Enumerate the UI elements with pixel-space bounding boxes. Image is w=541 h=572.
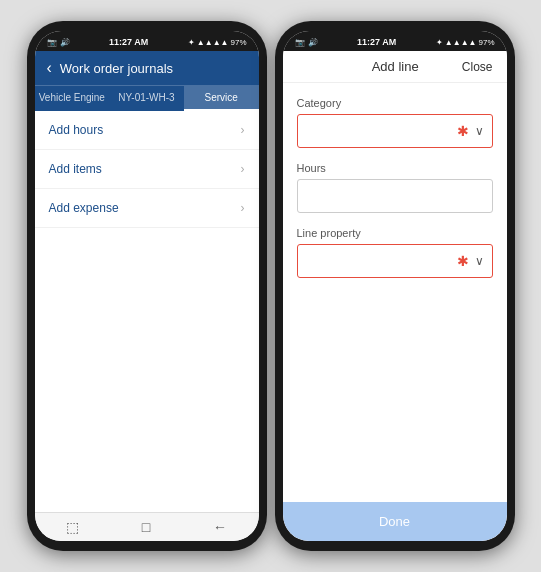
close-button[interactable]: Close <box>462 60 493 74</box>
speaker-icon-2: 🔊 <box>308 38 318 47</box>
status-left-2: 📷 🔊 <box>295 38 318 47</box>
add-line-title: Add line <box>329 59 462 74</box>
status-right-1: ✦ ▲▲▲▲ 97% <box>188 38 247 47</box>
tab-vehicle-engine[interactable]: Vehicle Engine <box>35 86 110 111</box>
category-group: Category ✱ ∨ <box>297 97 493 148</box>
bluetooth-icon-1: ✦ <box>188 38 195 47</box>
phone-2: 📷 🔊 11:27 AM ✦ ▲▲▲▲ 97% Add line Close <box>275 21 515 551</box>
line-property-required-star: ✱ <box>457 253 469 269</box>
status-bar-2: 📷 🔊 11:27 AM ✦ ▲▲▲▲ 97% <box>283 31 507 51</box>
line-property-dropdown-icon: ∨ <box>475 254 484 268</box>
add-hours-item[interactable]: Add hours › <box>35 111 259 150</box>
menu-list: Add hours › Add items › Add expense › <box>35 111 259 512</box>
add-items-chevron: › <box>241 162 245 176</box>
hours-label: Hours <box>297 162 493 174</box>
add-line-header: Add line Close <box>283 51 507 83</box>
hours-input[interactable] <box>297 179 493 213</box>
back-button[interactable]: ‹ <box>47 59 52 77</box>
signal-icon-2: ▲▲▲▲ <box>445 38 477 47</box>
status-bar-1: 📷 🔊 11:27 AM ✦ ▲▲▲▲ 97% <box>35 31 259 51</box>
add-expense-label: Add expense <box>49 201 119 215</box>
category-dropdown-icon: ∨ <box>475 124 484 138</box>
phone-1: 📷 🔊 11:27 AM ✦ ▲▲▲▲ 97% ‹ Work order jou… <box>27 21 267 551</box>
add-expense-chevron: › <box>241 201 245 215</box>
add-expense-item[interactable]: Add expense › <box>35 189 259 228</box>
battery-2: 97% <box>478 38 494 47</box>
phone-1-screen: 📷 🔊 11:27 AM ✦ ▲▲▲▲ 97% ‹ Work order jou… <box>35 31 259 541</box>
camera-icon: 📷 <box>47 38 57 47</box>
form-content: Category ✱ ∨ Hours Line property <box>283 83 507 502</box>
done-button[interactable]: Done <box>283 502 507 541</box>
category-required-star: ✱ <box>457 123 469 139</box>
hours-group: Hours <box>297 162 493 213</box>
nav-bar-1: ‹ Work order journals <box>35 51 259 85</box>
speaker-icon: 🔊 <box>60 38 70 47</box>
line-property-group: Line property ✱ ∨ <box>297 227 493 278</box>
line-property-input[interactable]: ✱ ∨ <box>297 244 493 278</box>
phones-container: 📷 🔊 11:27 AM ✦ ▲▲▲▲ 97% ‹ Work order jou… <box>27 21 515 551</box>
tab-bar: Vehicle Engine NY-01-WH-3 Service <box>35 85 259 111</box>
category-label: Category <box>297 97 493 109</box>
line-property-label: Line property <box>297 227 493 239</box>
back-nav-icon-1[interactable]: ← <box>213 519 227 535</box>
bottom-nav-1: ⬚ □ ← <box>35 512 259 541</box>
battery-1: 97% <box>230 38 246 47</box>
add-items-label: Add items <box>49 162 102 176</box>
phone-2-screen: 📷 🔊 11:27 AM ✦ ▲▲▲▲ 97% Add line Close <box>283 31 507 541</box>
recent-apps-icon-1[interactable]: ⬚ <box>66 519 79 535</box>
nav-title: Work order journals <box>60 61 173 76</box>
tab-service[interactable]: Service <box>184 86 259 111</box>
status-time-1: 11:27 AM <box>109 37 148 47</box>
status-right-2: ✦ ▲▲▲▲ 97% <box>436 38 495 47</box>
add-hours-label: Add hours <box>49 123 104 137</box>
signal-icon-1: ▲▲▲▲ <box>197 38 229 47</box>
tab-ny01wh3[interactable]: NY-01-WH-3 <box>109 86 184 111</box>
category-input[interactable]: ✱ ∨ <box>297 114 493 148</box>
home-icon-1[interactable]: □ <box>142 519 150 535</box>
bluetooth-icon-2: ✦ <box>436 38 443 47</box>
status-left-1: 📷 🔊 <box>47 38 70 47</box>
add-items-item[interactable]: Add items › <box>35 150 259 189</box>
camera-icon-2: 📷 <box>295 38 305 47</box>
status-time-2: 11:27 AM <box>357 37 396 47</box>
add-hours-chevron: › <box>241 123 245 137</box>
